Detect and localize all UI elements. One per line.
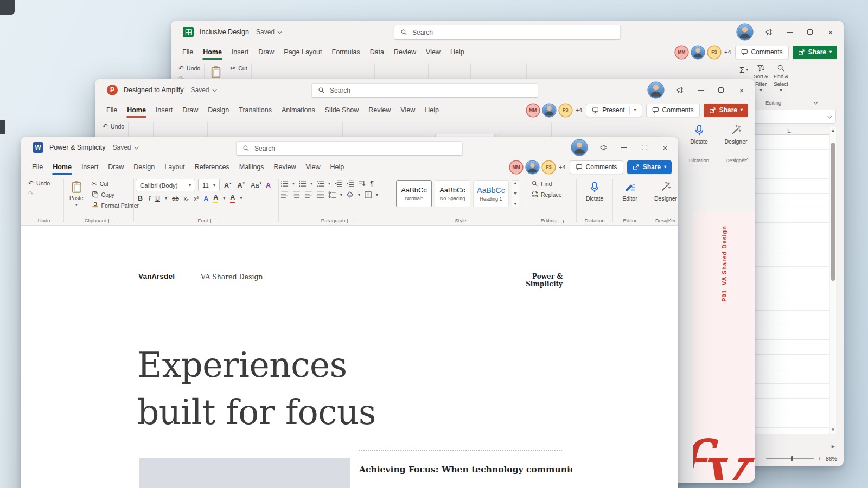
close-button[interactable]: × [661,143,669,152]
formula-bar[interactable] [749,110,836,124]
tab-insert[interactable]: Insert [227,46,253,59]
dictate-button[interactable]: Dictate [578,179,611,202]
bullet-list-icon[interactable] [280,179,289,188]
user-avatar[interactable] [648,82,663,98]
collaborator-avatar-photo[interactable] [543,104,556,117]
dictate-button[interactable]: Dictate [682,122,716,145]
tab-transitions[interactable]: Transitions [234,104,277,117]
decrease-indent-icon[interactable] [334,179,342,188]
maximize-button[interactable] [640,143,649,152]
tab-layout[interactable]: Layout [159,160,190,174]
font-color-button[interactable]: A [230,194,235,203]
tab-draw[interactable]: Draw [177,104,203,117]
paragraph-dialog-launcher[interactable] [347,219,352,223]
change-case-button[interactable]: Aa▾ [249,181,263,190]
increase-indent-icon[interactable] [346,179,354,188]
clipboard-dialog-launcher[interactable] [108,219,113,223]
share-button[interactable]: Share▾ [793,46,837,59]
collaborator-overflow[interactable]: +4 [724,49,731,55]
excel-search-input[interactable]: Search [394,25,621,40]
scroll-down-icon[interactable]: ▼ [831,428,835,432]
maximize-button[interactable] [806,28,814,36]
replace-button[interactable]: Replace [529,190,564,199]
tab-design[interactable]: Design [129,160,159,174]
present-button[interactable]: Present▾ [586,104,642,117]
minimize-button[interactable] [696,86,705,94]
share-button[interactable]: Share▾ [627,160,672,174]
text-effects-button[interactable]: A [203,195,208,203]
document-canvas[interactable]: VanΛrsdel VA Shared Design Power & Simpl… [21,226,678,488]
editing-dialog-launcher[interactable] [559,219,563,223]
powerpoint-saved-status[interactable]: Saved [190,86,215,94]
tab-data[interactable]: Data [365,46,389,59]
grow-font-button[interactable]: A▴ [222,181,233,190]
tab-design[interactable]: Design [203,104,234,117]
comments-button[interactable]: Comments [735,46,789,59]
tab-file[interactable]: File [27,160,48,174]
tab-home[interactable]: Home [122,104,151,117]
multilevel-list-icon[interactable] [316,179,324,188]
clear-formatting-button[interactable]: A [266,182,271,189]
share-button[interactable]: Share▾ [704,104,748,117]
strikethrough-button[interactable]: ab [172,195,179,202]
undo-button[interactable]: ↶Undo [26,179,52,188]
comments-button[interactable]: Comments [646,104,700,117]
styles-gallery-scroll[interactable] [512,180,519,207]
excel-saved-status[interactable]: Saved [256,28,281,36]
close-button[interactable]: × [737,86,746,94]
undo-button[interactable]: ↶Undo [100,122,126,131]
feedback-megaphone-icon[interactable] [764,28,773,36]
collaborator-avatar-mm[interactable]: MM [510,161,522,174]
tab-mailings[interactable]: Mailings [234,160,269,174]
tab-view[interactable]: View [301,160,326,174]
align-center-icon[interactable] [292,191,301,199]
collaborator-avatar-photo[interactable] [692,46,704,59]
cut-button[interactable]: ✂Cut [228,64,249,73]
tab-draw[interactable]: Draw [253,46,279,59]
editor-button[interactable]: Editor [615,179,645,202]
align-left-icon[interactable] [280,191,289,199]
collaborator-overflow[interactable]: +4 [576,107,583,113]
tab-help[interactable]: Help [420,104,444,117]
zoom-slider-thumb[interactable] [791,456,793,461]
zoom-slider[interactable] [766,458,814,459]
tab-review[interactable]: Review [389,46,421,59]
worksheet[interactable]: E ▲ ▼ [749,127,836,434]
tab-slide-show[interactable]: Slide Show [320,104,364,117]
font-name-select[interactable]: Calibri (Body)▾ [136,179,195,191]
font-size-select[interactable]: 11▾ [198,179,220,191]
numbered-list-icon[interactable] [298,179,307,188]
close-button[interactable]: × [826,28,835,36]
style-no-spacing[interactable]: AaBbCcNo Spacing [435,180,470,207]
sort-filter-button[interactable]: Sort &Filter ▾ [754,64,768,93]
tab-view[interactable]: View [421,46,445,59]
scroll-right-icon[interactable]: ▶ [832,444,835,449]
superscript-button[interactable]: x² [194,195,199,202]
tab-references[interactable]: References [190,160,234,174]
align-right-icon[interactable] [304,191,312,199]
borders-icon[interactable] [364,191,372,199]
designer-button[interactable]: Designer [719,122,752,145]
highlight-color-button[interactable]: A [213,194,218,203]
tab-help[interactable]: Help [445,46,469,59]
shrink-font-button[interactable]: A▾ [236,181,247,190]
paste-button[interactable]: Paste▾ [66,179,87,209]
designer-button[interactable]: Designer [649,179,678,202]
collaborator-avatar-fs[interactable]: FS [708,46,720,59]
document-image-placeholder[interactable] [139,458,350,488]
undo-button[interactable]: ↶Undo [176,64,202,73]
find-select-button[interactable]: Find &Select ▾ [774,64,788,93]
word-saved-status[interactable]: Saved [113,144,138,151]
tab-home[interactable]: Home [198,46,227,59]
show-paragraph-marks-icon[interactable]: ¶ [370,180,374,187]
tab-insert[interactable]: Insert [151,104,177,117]
vertical-scrollbar[interactable]: ▲ ▼ [830,127,836,434]
bold-button[interactable]: B [138,195,143,202]
zoom-in-button[interactable]: + [818,455,821,462]
font-dialog-launcher[interactable] [210,219,215,223]
tab-review[interactable]: Review [269,160,301,174]
feedback-megaphone-icon[interactable] [675,86,684,94]
collaborator-avatar-fs[interactable]: FS [559,104,572,117]
italic-button[interactable]: I [148,195,150,203]
line-spacing-icon[interactable] [328,191,336,199]
